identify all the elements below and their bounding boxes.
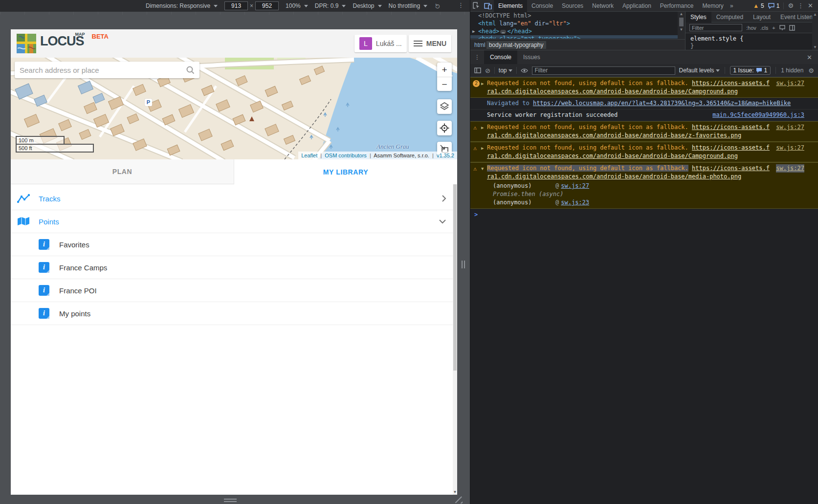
- inspect-element-icon[interactable]: [470, 1, 482, 11]
- zoom-out-button[interactable]: −: [437, 77, 452, 91]
- drawer-tab-console[interactable]: Console: [484, 50, 517, 64]
- tab-memory[interactable]: Memory: [698, 0, 728, 12]
- zoom-in-button[interactable]: +: [437, 63, 452, 77]
- console-filter-input[interactable]: [532, 66, 675, 75]
- tab-console[interactable]: Console: [527, 0, 557, 12]
- app-scrollbar[interactable]: ▼: [453, 184, 457, 495]
- navigated-url-link[interactable]: https://web.locusmap.app/en/?lat=43.2817…: [533, 100, 791, 107]
- chevron-right-icon[interactable]: [442, 195, 446, 202]
- drawer-tab-issues[interactable]: Issues: [517, 50, 546, 64]
- console-info-row[interactable]: main.9c5fece09a949960.js:3 Service worke…: [470, 110, 818, 121]
- code-line-head[interactable]: ▶ <head>…</head>: [470, 27, 685, 35]
- expand-arrow-icon[interactable]: ▶: [481, 144, 484, 153]
- expand-arrow-icon[interactable]: ▶: [481, 124, 484, 132]
- devtools-kebab-icon[interactable]: ⋮: [797, 2, 804, 9]
- locus-logo[interactable]: LOCUS MAP BETA: [17, 34, 109, 53]
- scroll-up-icon[interactable]: ▲: [678, 12, 685, 17]
- device-toolbar-toggle-icon[interactable]: [482, 1, 494, 11]
- elements-scrollbar[interactable]: ▲ ▼: [678, 12, 685, 39]
- selected-body-node[interactable]: <body class="mat-typography">: [470, 35, 685, 39]
- more-tabs-icon[interactable]: »: [728, 2, 735, 9]
- tab-styles[interactable]: Styles: [685, 12, 711, 22]
- tab-layout[interactable]: Layout: [748, 12, 775, 22]
- list-item-france-poi[interactable]: i France POI: [11, 279, 457, 302]
- breadcrumb-body[interactable]: body.mat-typography: [486, 41, 546, 49]
- tab-plan[interactable]: PLAN: [11, 159, 234, 184]
- styles-filter-input[interactable]: [689, 24, 742, 31]
- leaflet-link[interactable]: Leaflet: [301, 153, 317, 158]
- dimensions-select[interactable]: Dimensions: Responsive: [146, 2, 218, 9]
- console-nav-row[interactable]: Navigated to https://web.locusmap.app/en…: [470, 98, 818, 110]
- tab-sources[interactable]: Sources: [557, 0, 588, 12]
- collapse-arrow-icon[interactable]: ▼: [481, 165, 484, 173]
- user-account-button[interactable]: L Lukáš ...: [354, 35, 407, 52]
- console-sidebar-icon[interactable]: [474, 67, 481, 73]
- list-item-france-camps[interactable]: i France Camps: [11, 256, 457, 279]
- code-line-doctype[interactable]: <!DOCTYPE html>: [470, 12, 685, 20]
- chevron-down-icon[interactable]: [439, 219, 446, 224]
- console-settings-gear-icon[interactable]: ⚙: [808, 67, 814, 74]
- toggle-class-button[interactable]: .cls: [760, 25, 769, 31]
- tab-performance[interactable]: Performance: [656, 0, 698, 12]
- tab-network[interactable]: Network: [588, 0, 618, 12]
- console-warning-row[interactable]: ⚠ ▶ sw.js:27 Requested icon not found, u…: [470, 142, 818, 162]
- source-link[interactable]: sw.js:27: [776, 164, 804, 173]
- search-icon[interactable]: [186, 66, 195, 74]
- log-levels-select[interactable]: Default levels: [679, 67, 720, 74]
- styles-scrollbar[interactable]: ▲ ▼: [812, 12, 818, 50]
- scrollbar-thumb[interactable]: [679, 18, 684, 26]
- source-link[interactable]: main.9c5fece09a949960.js:3: [712, 111, 804, 119]
- live-expression-eye-icon[interactable]: [521, 68, 528, 73]
- throttling-select[interactable]: No throttling: [389, 2, 428, 9]
- scrollbar-down-arrow[interactable]: ▼: [453, 490, 457, 494]
- tab-computed[interactable]: Computed: [711, 12, 748, 22]
- list-item-my-points[interactable]: i My points: [11, 302, 457, 325]
- toggle-hover-button[interactable]: :hov: [746, 25, 756, 31]
- viewport-height-input[interactable]: [255, 1, 279, 10]
- source-link[interactable]: sw.js:27: [776, 123, 804, 131]
- viewport-width-input[interactable]: [224, 1, 248, 10]
- scroll-down-icon[interactable]: ▼: [678, 27, 685, 32]
- viewport-resize-handle-corner[interactable]: [455, 496, 463, 504]
- scroll-down-icon[interactable]: ▼: [812, 44, 818, 50]
- execution-context-select[interactable]: top: [499, 67, 512, 74]
- collapsed-content-icon[interactable]: …: [500, 30, 506, 34]
- tab-my-library[interactable]: MY LIBRARY: [234, 159, 457, 184]
- layers-button[interactable]: [437, 99, 452, 114]
- console-warning-row[interactable]: ⚠ ▶ sw.js:27 Requested icon not found, u…: [470, 121, 818, 142]
- source-link[interactable]: sw.js:27: [776, 79, 804, 88]
- expand-arrow-icon[interactable]: ▶: [472, 28, 475, 35]
- drawer-kebab-icon[interactable]: ⋮: [470, 54, 484, 61]
- scroll-up-icon[interactable]: ▲: [812, 12, 818, 17]
- warnings-badge[interactable]: ▲ 5: [753, 2, 764, 9]
- frame-source-link[interactable]: sw.js:23: [561, 198, 589, 207]
- zoom-select[interactable]: 100%: [286, 2, 308, 9]
- map-canvas[interactable]: + −: [11, 58, 457, 159]
- tab-event-listeners[interactable]: Event Listeners: [775, 12, 818, 22]
- osm-link[interactable]: OSM contributors: [325, 153, 367, 158]
- menu-button[interactable]: MENU: [409, 35, 451, 52]
- list-item-favorites[interactable]: i Favorites: [11, 233, 457, 256]
- issues-badge[interactable]: 1: [768, 2, 780, 9]
- tab-elements[interactable]: Elements: [494, 0, 527, 12]
- new-style-rule-button[interactable]: +: [772, 25, 775, 31]
- frame-source-link[interactable]: sw.js:27: [561, 182, 589, 190]
- clear-console-icon[interactable]: ⊘: [485, 67, 490, 74]
- group-row-points[interactable]: Points: [11, 210, 457, 233]
- console-warning-row-expanded[interactable]: ⚠ ▼ sw.js:27 Requested icon not found, u…: [470, 162, 818, 209]
- issues-counter-button[interactable]: 1 Issue: 1: [730, 66, 771, 75]
- viewport-resize-handle-right[interactable]: [462, 261, 465, 268]
- close-devtools-icon[interactable]: ✕: [808, 2, 813, 9]
- device-type-select[interactable]: Desktop: [353, 2, 381, 9]
- rotate-viewport-icon[interactable]: ⟲: [432, 1, 442, 11]
- viewport-resize-handle-bottom[interactable]: [224, 499, 237, 502]
- element-style-rule[interactable]: element.style {: [690, 35, 743, 42]
- scrollbar-thumb[interactable]: [453, 184, 457, 371]
- console-warning-row[interactable]: 2 ▶ sw.js:27 Requested icon not found, u…: [470, 77, 818, 98]
- search-input[interactable]: [20, 66, 186, 74]
- close-drawer-icon[interactable]: ✕: [801, 54, 818, 61]
- computed-panel-icon[interactable]: [789, 25, 795, 31]
- group-row-tracks[interactable]: Tracks: [11, 187, 457, 210]
- expand-arrow-icon[interactable]: ▶: [481, 80, 484, 88]
- dpr-select[interactable]: DPR: 0.9: [315, 2, 346, 9]
